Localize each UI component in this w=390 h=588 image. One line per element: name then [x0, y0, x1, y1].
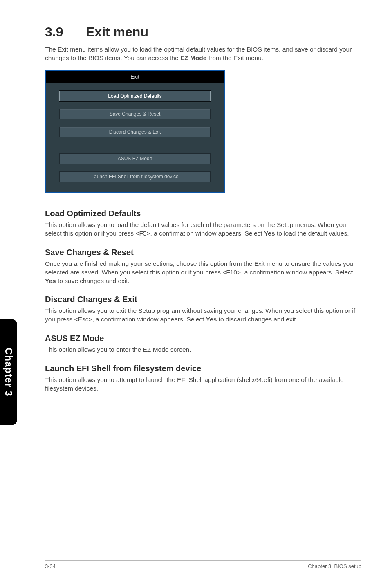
footer-chapter-label: Chapter 3: BIOS setup	[308, 563, 361, 569]
section-body: This option allows you to load the defau…	[45, 221, 361, 238]
page-footer: 3-34 Chapter 3: BIOS setup	[0, 560, 390, 569]
bios-menu-item[interactable]: Save Changes & Reset	[59, 109, 211, 119]
section-text: Once you are finished making your select…	[45, 260, 353, 276]
section-text: to discard changes and exit.	[217, 316, 297, 323]
section-body: This option allows you to enter the EZ M…	[45, 346, 361, 354]
intro-bold: EZ Mode	[180, 54, 207, 61]
section-bold-text: Yes	[206, 316, 217, 323]
section-body: Once you are finished making your select…	[45, 260, 361, 285]
section-heading: Load Optimized Defaults	[45, 209, 361, 218]
chapter-side-tab: Chapter 3	[0, 319, 17, 425]
section-heading: Save Changes & Reset	[45, 248, 361, 257]
section-bold-text: Yes	[45, 277, 56, 284]
footer-divider	[45, 560, 361, 561]
bios-menu-item[interactable]: Discard Changes & Exit	[59, 127, 211, 137]
bios-exit-panel: Exit Load Optimized DefaultsSave Changes…	[45, 70, 225, 193]
section-body: This option allows you to attempt to lau…	[45, 376, 361, 393]
bios-lower-group: ASUS EZ ModeLaunch EFI Shell from filesy…	[46, 153, 224, 182]
bios-upper-group: Load Optimized DefaultsSave Changes & Re…	[46, 91, 224, 137]
section-bold-text: Yes	[264, 230, 275, 237]
bios-menu-item[interactable]: Load Optimized Defaults	[59, 91, 211, 101]
bios-menu-item[interactable]: ASUS EZ Mode	[59, 153, 211, 164]
bios-title-bar: Exit	[46, 71, 224, 83]
heading-title: Exit menu	[86, 25, 148, 39]
intro-text-after: from the Exit menu.	[206, 54, 263, 61]
section-heading: Discard Changes & Exit	[45, 295, 361, 304]
section-text: This option allows you to attempt to lau…	[45, 376, 344, 392]
bios-menu-item[interactable]: Launch EFI Shell from filesystem device	[59, 171, 211, 182]
section-heading: Launch EFI Shell from filesystem device	[45, 364, 361, 373]
section-text: to save changes and exit.	[56, 277, 130, 284]
section-text: to load the default values.	[275, 230, 349, 237]
section-text: This option allows you to exit the Setup…	[45, 307, 355, 323]
heading-number: 3.9	[45, 25, 86, 40]
section-body: This option allows you to exit the Setup…	[45, 307, 361, 324]
section-text: This option allows you to enter the EZ M…	[45, 346, 191, 353]
intro-paragraph: The Exit menu items allow you to load th…	[45, 45, 361, 63]
section-heading: ASUS EZ Mode	[45, 334, 361, 343]
bios-separator	[46, 145, 224, 145]
footer-page-number: 3-34	[45, 563, 56, 569]
chapter-side-tab-label: Chapter 3	[3, 348, 14, 397]
page-heading: 3.9Exit menu	[45, 25, 361, 40]
